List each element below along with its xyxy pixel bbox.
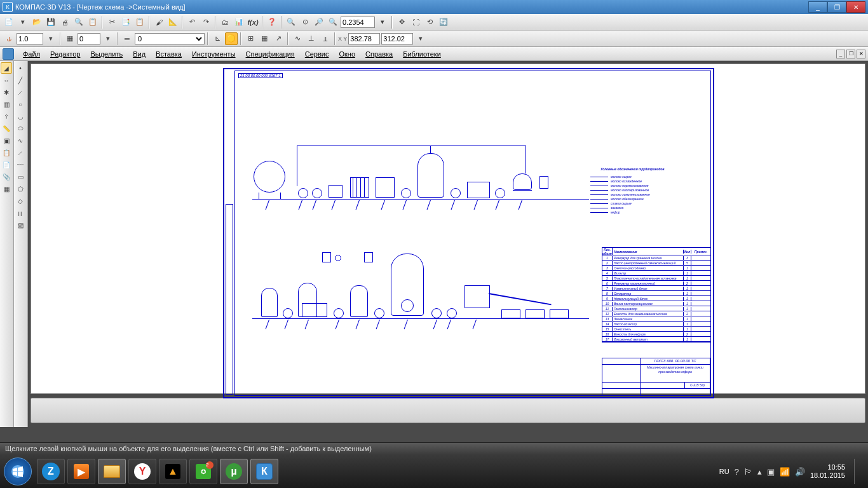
arc-icon[interactable]: ◡: [15, 111, 26, 122]
preview-icon[interactable]: 🔍: [72, 16, 85, 29]
properties-icon[interactable]: 📋: [86, 16, 99, 29]
spec-panel-icon[interactable]: 📋: [1, 147, 12, 158]
show-desktop-button[interactable]: [854, 459, 860, 484]
cut-icon[interactable]: ✂: [105, 16, 118, 29]
paste-icon[interactable]: 📋: [133, 16, 146, 29]
help-cursor-icon[interactable]: ❓: [266, 16, 278, 29]
tray-network-icon[interactable]: 📶: [780, 467, 790, 477]
ortho-icon[interactable]: ⊾: [211, 32, 224, 45]
circle-icon[interactable]: ○: [15, 98, 26, 110]
panel-area[interactable]: [31, 398, 865, 423]
coord-x-input[interactable]: [348, 33, 380, 44]
bezier-icon[interactable]: 〰: [15, 159, 26, 170]
grid2-icon[interactable]: ▦: [258, 32, 271, 45]
grid-icon[interactable]: ⊞: [244, 32, 257, 45]
menu-file[interactable]: Файл: [18, 49, 45, 59]
drawing-canvas[interactable]: 21.00.00.00 009 6367-1: [31, 64, 865, 394]
point-icon[interactable]: •: [15, 62, 26, 74]
symbols-panel-icon[interactable]: ✱: [1, 86, 12, 98]
snap-icon[interactable]: ⫝: [3, 32, 15, 45]
insert-panel-icon[interactable]: 📎: [1, 171, 12, 182]
round-icon[interactable]: 🟡: [225, 32, 238, 45]
canvas-viewport[interactable]: 21.00.00.00 009 6367-1: [28, 61, 868, 427]
new-dropdown-icon[interactable]: ▾: [17, 16, 29, 29]
brush-icon[interactable]: 🖌: [153, 16, 165, 29]
coord-dropdown-icon[interactable]: ▾: [414, 32, 427, 45]
task-explorer-icon[interactable]: [98, 459, 126, 484]
broken-icon[interactable]: ⟋: [15, 147, 26, 158]
layers-icon[interactable]: ▦: [64, 32, 76, 45]
layer-dropdown-icon[interactable]: ▾: [102, 32, 114, 45]
param-panel-icon[interactable]: ⫯: [1, 111, 12, 122]
measure-panel-icon[interactable]: 📏: [1, 123, 12, 134]
contour-icon[interactable]: ◇: [15, 195, 26, 207]
variables-icon[interactable]: 📊: [233, 16, 245, 29]
tray-action-icon[interactable]: 🏳: [744, 467, 752, 477]
close-button[interactable]: ✕: [846, 1, 865, 13]
zoom-fit-icon[interactable]: ⛶: [409, 16, 422, 29]
param2-icon[interactable]: ⫫: [319, 32, 332, 45]
minimize-button[interactable]: _: [808, 1, 827, 13]
lang-indicator[interactable]: RU: [719, 468, 729, 475]
menu-service[interactable]: Сервис: [300, 49, 334, 59]
task-utorrent-icon[interactable]: µ: [220, 459, 248, 484]
doc-minimize-icon[interactable]: _: [836, 50, 845, 58]
menu-help[interactable]: Справка: [360, 49, 398, 59]
tray-volume-icon[interactable]: 🔊: [795, 467, 805, 477]
maximize-button[interactable]: ❐: [827, 1, 846, 13]
menu-libs[interactable]: Библиотеки: [398, 49, 446, 59]
style-combo[interactable]: 0: [135, 33, 205, 44]
menu-edit[interactable]: Редактор: [45, 49, 85, 59]
line-icon[interactable]: ╱: [15, 74, 26, 86]
tray-app-icon[interactable]: ▣: [767, 467, 775, 477]
linestyle-icon[interactable]: ═: [121, 32, 133, 45]
scale-input[interactable]: [17, 33, 43, 44]
undo-icon[interactable]: ↶: [186, 16, 198, 29]
zoom-dynamic-icon[interactable]: ⊙: [299, 16, 311, 29]
localcs-icon[interactable]: ↗: [272, 32, 285, 45]
fx-icon[interactable]: f(x): [247, 16, 259, 29]
zoom-window-icon[interactable]: 🔍: [285, 16, 297, 29]
menu-window[interactable]: Окно: [334, 49, 360, 59]
equid-icon[interactable]: ⫼: [15, 207, 26, 219]
zoom-value-input[interactable]: [341, 17, 375, 28]
aux-line-icon[interactable]: ⟋: [15, 86, 26, 98]
dimensions-panel-icon[interactable]: ↔: [1, 74, 12, 86]
open-icon[interactable]: 📂: [31, 16, 43, 29]
menu-select[interactable]: Выделить: [85, 49, 128, 59]
format-icon[interactable]: 📐: [166, 16, 179, 29]
layer-input[interactable]: [78, 33, 100, 44]
task-2gis-icon[interactable]: ✪2: [189, 459, 217, 484]
pan-icon[interactable]: ✥: [395, 16, 408, 29]
task-daemon-icon[interactable]: ▲: [159, 459, 187, 484]
hatch-icon[interactable]: ▨: [15, 219, 26, 231]
tray-chevron-icon[interactable]: ▴: [757, 467, 762, 477]
select-panel-icon[interactable]: ▣: [1, 135, 12, 146]
start-button[interactable]: [4, 458, 32, 485]
zoom-dropdown-icon[interactable]: ▾: [376, 16, 389, 29]
zoom-in-icon[interactable]: 🔎: [313, 16, 325, 29]
task-mediaplayer-icon[interactable]: ▶: [67, 459, 95, 484]
spline-icon[interactable]: ∿: [15, 135, 26, 146]
task-zona-icon[interactable]: Z: [37, 459, 65, 484]
geometry-panel-icon[interactable]: ◢: [1, 62, 12, 74]
redo-icon[interactable]: ↷: [200, 16, 212, 29]
print-icon[interactable]: 🖨: [58, 16, 71, 29]
menu-insert[interactable]: Вставка: [151, 49, 187, 59]
edit-panel-icon[interactable]: ▥: [1, 98, 12, 110]
scale-dropdown-icon[interactable]: ▾: [44, 32, 57, 45]
constrain-icon[interactable]: ⊥: [305, 32, 318, 45]
reports-panel-icon[interactable]: 📄: [1, 159, 12, 170]
doc-close-icon[interactable]: ✕: [857, 50, 865, 58]
new-doc-icon[interactable]: 📄: [3, 16, 15, 29]
polygon-icon[interactable]: ⬠: [15, 183, 26, 194]
menu-view[interactable]: Вид: [128, 49, 151, 59]
zoom-prev-icon[interactable]: ⟲: [423, 16, 436, 29]
save-icon[interactable]: 💾: [44, 16, 57, 29]
ellipse-icon[interactable]: ⬭: [15, 123, 26, 134]
menu-tools[interactable]: Инструменты: [187, 49, 241, 59]
manager-icon[interactable]: 🗂: [219, 16, 231, 29]
tray-clock[interactable]: 10:55 18.01.2015: [810, 463, 845, 480]
doc-icon[interactable]: [3, 48, 14, 60]
task-kompas-icon[interactable]: К: [250, 459, 278, 484]
